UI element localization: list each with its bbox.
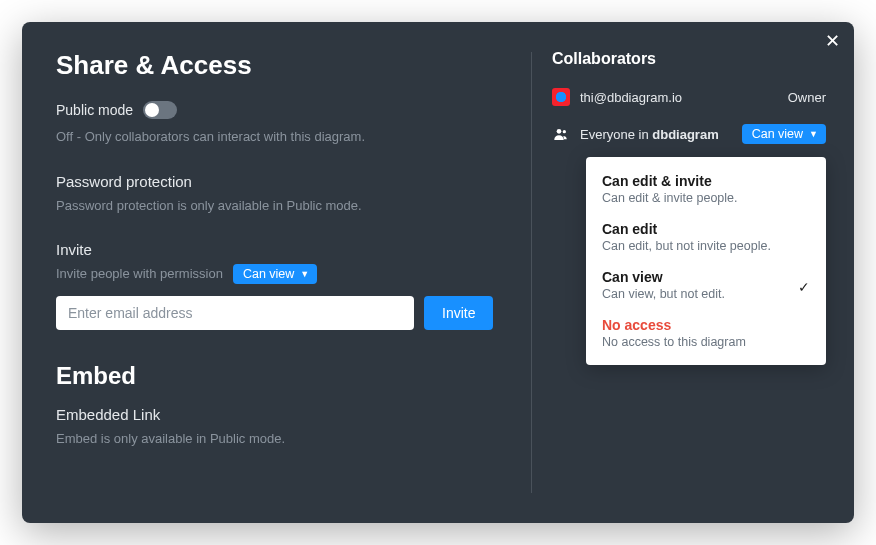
perm-option-no-access[interactable]: No access No access to this diagram xyxy=(586,309,826,357)
public-mode-label: Public mode xyxy=(56,102,133,118)
embed-helper: Embed is only available in Public mode. xyxy=(56,429,497,449)
perm-option-desc: Can edit, but not invite people. xyxy=(602,239,810,253)
perm-option-desc: No access to this diagram xyxy=(602,335,810,349)
perm-option-view[interactable]: Can view Can view, but not edit. ✓ xyxy=(586,261,826,309)
right-panel: Collaborators thi@dbdiagram.io Owner xyxy=(532,22,854,523)
perm-option-title: Can view xyxy=(602,269,798,285)
invite-perm-value: Can view xyxy=(243,267,294,281)
embed-title: Embed xyxy=(56,362,497,390)
public-mode-helper: Off - Only collaborators can interact wi… xyxy=(56,127,497,147)
perm-option-edit-invite[interactable]: Can edit & invite Can edit & invite peop… xyxy=(586,165,826,213)
toggle-knob xyxy=(145,103,159,117)
check-icon: ✓ xyxy=(798,279,810,295)
public-mode-row: Public mode xyxy=(56,101,497,119)
collaborator-role: Owner xyxy=(788,90,826,105)
perm-option-title: No access xyxy=(602,317,810,333)
email-field[interactable] xyxy=(56,296,414,330)
perm-option-desc: Can view, but not edit. xyxy=(602,287,798,301)
password-helper: Password protection is only available in… xyxy=(56,196,497,216)
collaborator-row: thi@dbdiagram.io Owner xyxy=(552,88,826,106)
invite-perm-row: Invite people with permission Can view ▼ xyxy=(56,264,497,284)
perm-option-title: Can edit xyxy=(602,221,810,237)
chevron-down-icon: ▼ xyxy=(300,269,309,279)
invite-perm-label: Invite people with permission xyxy=(56,264,223,284)
collaborator-perm-dropdown[interactable]: Can view ▼ xyxy=(742,124,826,144)
perm-option-title: Can edit & invite xyxy=(602,173,810,189)
collaborator-row: Everyone in dbdiagram Can view ▼ xyxy=(552,124,826,144)
invite-button[interactable]: Invite xyxy=(424,296,493,330)
left-panel: Share & Access Public mode Off - Only co… xyxy=(22,22,531,523)
permission-dropdown-panel: Can edit & invite Can edit & invite peop… xyxy=(586,157,826,365)
invite-heading: Invite xyxy=(56,241,497,258)
embed-link-heading: Embedded Link xyxy=(56,406,497,423)
embed-section: Embed Embedded Link Embed is only availa… xyxy=(56,362,497,449)
collaborator-name: Everyone in dbdiagram xyxy=(580,127,719,142)
collaborator-left: Everyone in dbdiagram xyxy=(552,125,719,143)
invite-perm-dropdown[interactable]: Can view ▼ xyxy=(233,264,317,284)
invite-input-row: Invite xyxy=(56,296,497,330)
collaborator-name: thi@dbdiagram.io xyxy=(580,90,682,105)
collaborators-title: Collaborators xyxy=(552,50,826,68)
invite-section: Invite Invite people with permission Can… xyxy=(56,241,497,330)
svg-point-0 xyxy=(557,129,562,134)
share-access-modal: ✕ Share & Access Public mode Off - Only … xyxy=(22,22,854,523)
chevron-down-icon: ▼ xyxy=(809,129,818,139)
collaborator-left: thi@dbdiagram.io xyxy=(552,88,682,106)
avatar-icon xyxy=(552,88,570,106)
perm-option-desc: Can edit & invite people. xyxy=(602,191,810,205)
public-mode-toggle[interactable] xyxy=(143,101,177,119)
svg-point-1 xyxy=(563,130,566,133)
password-section: Password protection Password protection … xyxy=(56,173,497,216)
group-icon xyxy=(552,125,570,143)
modal-title: Share & Access xyxy=(56,50,497,81)
password-heading: Password protection xyxy=(56,173,497,190)
perm-option-edit[interactable]: Can edit Can edit, but not invite people… xyxy=(586,213,826,261)
collaborator-perm-value: Can view xyxy=(752,127,803,141)
